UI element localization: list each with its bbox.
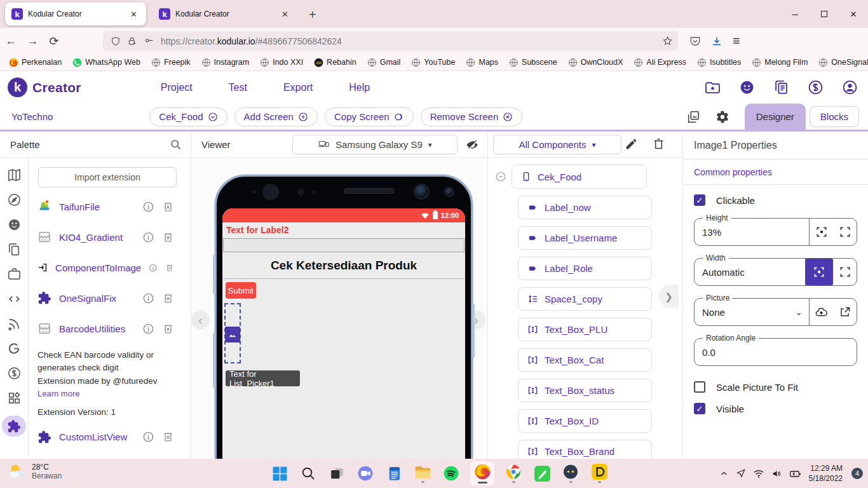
docs-copy-icon[interactable] — [773, 79, 789, 95]
height-automatic-icon[interactable] — [810, 219, 833, 245]
window-close-button[interactable]: ✕ — [839, 1, 868, 27]
tree-item-space[interactable]: Space1_copy — [518, 287, 652, 311]
bookmark-item[interactable]: YouTube — [411, 58, 455, 67]
code-category-icon[interactable] — [7, 292, 22, 306]
wifi-tray-icon[interactable] — [753, 469, 764, 478]
app-title[interactable]: Cek Ketersediaan Produk — [223, 252, 465, 279]
spotify-button[interactable] — [442, 464, 461, 483]
menu-export[interactable]: Export — [283, 82, 313, 93]
scale-picture-checkbox[interactable] — [694, 381, 705, 393]
bookmark-item[interactable]: Indo XXI — [260, 58, 303, 67]
bookmark-item[interactable]: Maps — [466, 58, 498, 67]
copy-category-icon[interactable] — [7, 242, 22, 257]
clock-widget[interactable]: 12:29 AM 5/18/2022 — [809, 463, 843, 484]
lock-warning-icon[interactable] — [127, 36, 137, 46]
account-icon[interactable] — [842, 79, 858, 95]
bookmark-item[interactable]: Instagram — [201, 58, 250, 67]
bookmark-item[interactable]: Isubtitles — [697, 58, 741, 67]
volume-icon[interactable] — [771, 468, 782, 479]
project-folder-icon[interactable] — [705, 79, 721, 95]
notes-app-button[interactable] — [532, 464, 552, 483]
delete-extension-icon[interactable] — [162, 323, 174, 335]
url-bar[interactable]: https://creator.kodular.io/#489667750684… — [103, 31, 678, 51]
window-minimize-button[interactable]: ─ — [780, 1, 810, 27]
extension-item-kio4-gradient[interactable]: KIO4_Gradient — [29, 222, 191, 252]
width-value[interactable]: Automatic — [695, 267, 805, 278]
bookmark-item[interactable]: Melong Film — [752, 58, 808, 67]
search-icon[interactable] — [170, 139, 182, 151]
bookmark-item[interactable]: Perkenalan — [9, 58, 62, 67]
tree-item-textbox[interactable]: Text_Box_Cat — [518, 348, 652, 372]
open-picture-icon[interactable] — [833, 299, 857, 325]
remove-screen-button[interactable]: Remove Screen — [421, 107, 523, 126]
info-icon[interactable] — [142, 431, 154, 443]
experimental-blocks-icon[interactable] — [7, 391, 22, 405]
delete-component-icon[interactable] — [652, 137, 665, 151]
task-view-button[interactable] — [327, 464, 346, 483]
tab-kodular-2[interactable]: k Kodular Creator ✕ — [153, 3, 297, 25]
tab-kodular-1[interactable]: k Kodular Creator ✕ — [5, 3, 146, 25]
reload-button[interactable]: ⟳ — [43, 34, 65, 48]
tab-close-icon[interactable]: ✕ — [279, 8, 291, 20]
delete-extension-icon[interactable] — [162, 231, 174, 243]
extension-item-componenttoimage[interactable]: ComponentToImage — [29, 252, 191, 283]
current-screen-button[interactable]: Cek_Food — [149, 107, 227, 126]
collapse-minus-icon[interactable] — [495, 171, 506, 182]
info-icon[interactable] — [142, 292, 154, 304]
weather-widget[interactable]: 28°C Berawan — [8, 462, 62, 481]
components-filter-select[interactable]: All Components ▾ — [493, 135, 621, 154]
forward-button[interactable]: → — [22, 34, 43, 48]
downloads-icon[interactable] — [711, 36, 722, 47]
search-button[interactable] — [299, 464, 318, 483]
import-extension-button[interactable]: Import extension — [38, 167, 177, 187]
notepad-button[interactable] — [384, 464, 403, 483]
delete-extension-icon[interactable] — [165, 262, 174, 274]
file-explorer-button[interactable] — [413, 464, 432, 483]
bookmark-item[interactable]: XXIRebahin — [314, 58, 356, 67]
new-tab-button[interactable]: ＋ — [306, 6, 318, 22]
upload-picture-icon[interactable] — [810, 299, 833, 325]
toggle-visibility-icon[interactable] — [465, 137, 479, 151]
height-value[interactable]: 13% — [695, 227, 809, 238]
back-button[interactable]: ← — [0, 34, 22, 48]
dana-app-button[interactable] — [590, 464, 609, 483]
extension-item-taifunfile[interactable]: TaifunFile — [29, 191, 191, 222]
kodular-logo[interactable]: k — [8, 78, 27, 97]
tab-close-icon[interactable]: ✕ — [128, 8, 140, 20]
firefox-taskbar-button[interactable] — [470, 461, 494, 485]
info-icon[interactable] — [142, 201, 154, 213]
monetization-icon[interactable] — [808, 79, 824, 95]
chrome-taskbar-button[interactable] — [504, 464, 523, 483]
community-face-icon[interactable] — [739, 79, 755, 95]
label2-text[interactable]: Text for Label2 — [226, 225, 289, 235]
info-icon[interactable] — [142, 231, 154, 243]
bookmark-item[interactable]: OneSignal — [818, 58, 868, 67]
tab-blocks[interactable]: Blocks — [810, 106, 859, 127]
width-automatic-icon[interactable] — [805, 259, 833, 285]
tree-item-label[interactable]: Label_Role — [518, 257, 652, 280]
menu-help[interactable]: Help — [349, 82, 370, 93]
delete-extension-icon[interactable] — [162, 292, 174, 304]
extension-item-barcodeutilities[interactable]: BarcodeUtilities — [29, 313, 191, 344]
utilities-briefcase-icon[interactable] — [7, 267, 22, 281]
tab-designer[interactable]: Designer — [745, 104, 806, 130]
info-icon[interactable] — [142, 323, 154, 335]
google-category-icon[interactable] — [7, 341, 22, 356]
rotation-angle-value[interactable]: 0.0 — [695, 347, 857, 358]
add-screen-button[interactable]: Add Screen — [234, 107, 318, 126]
screenshots-icon[interactable] — [686, 110, 700, 124]
bookmark-item[interactable]: OwnCloudX — [568, 58, 623, 67]
delete-extension-icon[interactable] — [162, 201, 174, 213]
tree-item-screen[interactable]: Cek_Food — [512, 165, 647, 189]
bookmark-item[interactable]: Gmail — [367, 58, 401, 67]
notification-count-badge[interactable]: 4 — [851, 468, 863, 479]
picture-value[interactable]: None — [695, 307, 795, 318]
extension-item-onesignalfix[interactable]: OneSignalFix — [29, 283, 191, 313]
menu-test[interactable]: Test — [229, 82, 247, 93]
delete-extension-icon[interactable] — [162, 431, 174, 443]
panel-collapse-chevron[interactable]: ❯ — [659, 285, 679, 308]
social-category-icon[interactable] — [7, 217, 22, 232]
submit-button[interactable]: Submit — [226, 282, 256, 299]
image-component[interactable] — [225, 327, 240, 342]
width-fill-parent-icon[interactable] — [833, 259, 857, 285]
